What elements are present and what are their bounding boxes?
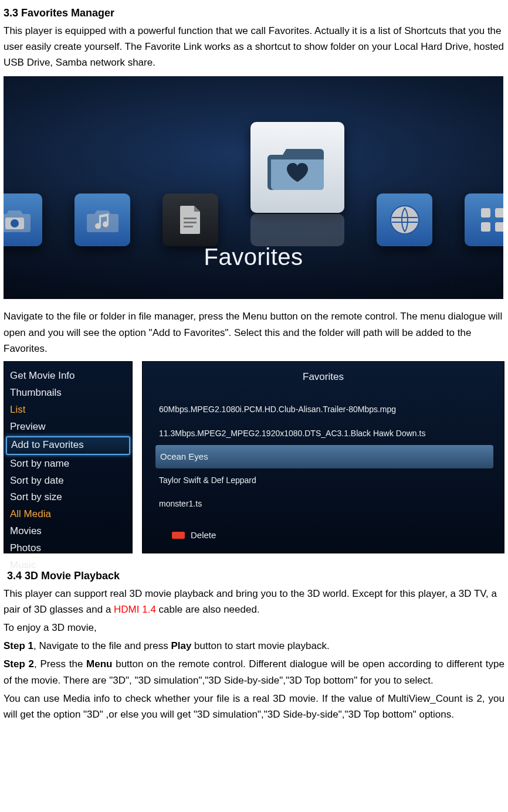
screenshot-favorites-carousel: Favorites — [4, 76, 503, 299]
favorites-list-item[interactable]: 60Mbps.MPEG2.1080i.PCM.HD.Club-Alisan.Tr… — [155, 397, 504, 421]
menu-item[interactable]: Sort by size — [4, 489, 132, 506]
menu-item[interactable]: All Media — [4, 506, 132, 523]
heading-3-3: 3.3 Favorites Manager — [4, 5, 504, 22]
svg-rect-6 — [481, 208, 490, 218]
menu-item[interactable]: Get Movie Info — [4, 368, 132, 385]
hdmi-text: HDMI 1.4 — [114, 604, 156, 615]
menu-item[interactable]: Photos — [4, 540, 132, 557]
svg-rect-7 — [495, 208, 504, 218]
favorites-title: Favorites — [143, 362, 504, 385]
para-3-4-enjoy: To enjoy a 3D movie, — [4, 620, 504, 636]
screenshot-context-menu: Get Movie InfoThumbnailsListPreviewAdd t… — [4, 361, 133, 553]
menu-item[interactable]: List — [4, 402, 132, 419]
screenshot-row: Get Movie InfoThumbnailsListPreviewAdd t… — [4, 361, 504, 553]
folder-heart-icon — [250, 122, 344, 213]
menu-item[interactable]: Sort by date — [4, 473, 132, 490]
screenshot-favorites-list: Favorites 60Mbps.MPEG2.1080i.PCM.HD.Club… — [142, 361, 504, 553]
favorites-list-item[interactable]: Ocean Eyes — [155, 445, 493, 468]
favorites-footer: Delete — [172, 528, 216, 542]
para-3-3-nav: Navigate to the file or folder in file m… — [4, 308, 504, 356]
menu-item[interactable]: Preview — [4, 419, 132, 436]
svg-rect-2 — [184, 218, 197, 219]
carousel — [4, 129, 503, 246]
tile-favorites[interactable] — [250, 122, 344, 246]
menu-item[interactable]: Sort by name — [4, 456, 132, 473]
menu-item[interactable]: Movies — [4, 523, 132, 540]
carousel-label: Favorites — [4, 238, 503, 276]
menu-item[interactable]: Music — [4, 557, 132, 574]
para-3-3-intro: This player is equipped with a powerful … — [4, 23, 504, 71]
favorites-list: 60Mbps.MPEG2.1080i.PCM.HD.Club-Alisan.Tr… — [143, 397, 504, 516]
para-step2: Step 2, Press the Menu button on the rem… — [4, 656, 504, 688]
para-3-4-mediainfo: You can use Media info to check whether … — [4, 691, 504, 722]
menu-item[interactable]: Thumbnails — [4, 385, 132, 402]
svg-rect-8 — [481, 222, 490, 232]
para-3-4-intro: This player can support real 3D movie pl… — [4, 586, 504, 617]
menu-item[interactable]: Add to Favorites — [6, 436, 130, 455]
favorites-list-item[interactable]: Taylor Swift & Def Leppard — [155, 468, 504, 492]
delete-label: Delete — [191, 528, 216, 542]
svg-point-1 — [11, 219, 19, 227]
favorites-list-item[interactable]: monster1.ts — [155, 492, 504, 515]
svg-rect-3 — [184, 222, 197, 223]
favorites-list-item[interactable]: 11.3Mbps.MPEG2_MPEG2.1920x1080.DTS_AC3.1… — [155, 422, 504, 445]
svg-rect-9 — [495, 222, 504, 232]
red-button-icon[interactable] — [172, 532, 185, 539]
svg-rect-4 — [184, 226, 193, 227]
para-step1: Step 1, Navigate to the file and press P… — [4, 638, 504, 654]
